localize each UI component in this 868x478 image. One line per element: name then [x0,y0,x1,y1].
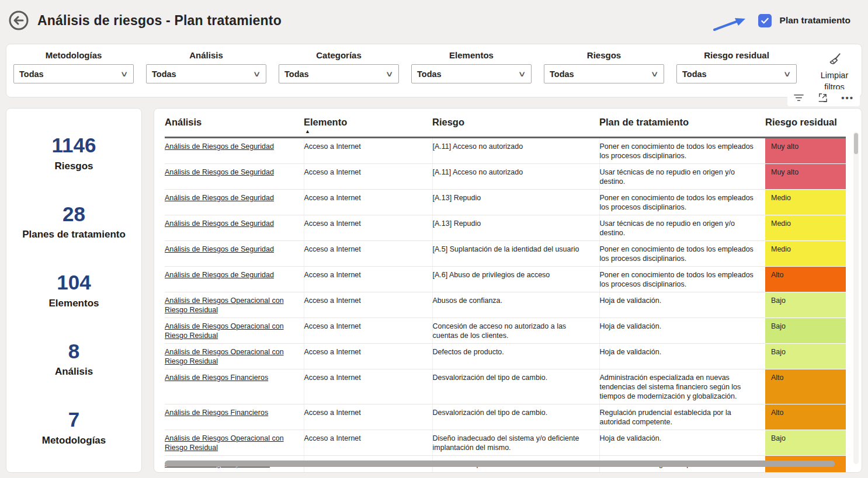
analisis-link[interactable]: Análisis de Riesgos Financieros [165,374,268,382]
column-header-plan-de-tratamiento[interactable]: Plan de tratamiento [599,112,765,138]
cell-elemento: Acceso a Internet [304,241,432,267]
table-row: Análisis de Riesgos Operacional con Ries… [165,430,846,456]
column-header-riesgo-residual[interactable]: Riesgo residual [765,112,846,138]
filter-dropdown-5[interactable]: Todas∨ [676,64,797,83]
cell-riesgo-residual: Medio [765,215,846,241]
cell-riesgo: Desvalorización del tipo de cambio. [432,404,599,430]
page-title: Análisis de riesgos - Plan tratamiento [37,13,282,29]
analisis-link[interactable]: Análisis de Riesgos de Seguridad [165,271,274,279]
chevron-down-icon: ∨ [386,69,394,78]
analisis-link[interactable]: Análisis de Riesgos de Seguridad [165,194,274,202]
top-bar: Análisis de riesgos - Plan tratamiento P… [0,0,868,41]
horizontal-scrollbar-thumb[interactable] [165,460,835,467]
cell-analisis: Análisis de Riesgos Financieros [165,404,304,430]
vertical-scrollbar[interactable] [853,132,859,464]
cell-analisis: Análisis de Riesgos de Seguridad [165,267,304,292]
analisis-link[interactable]: Análisis de Riesgos de Seguridad [165,219,274,228]
cell-riesgo-residual: Muy alto [765,138,846,164]
column-header-análisis[interactable]: Análisis [165,112,304,138]
kpi-value: 8 [6,340,141,363]
plan-tratamiento-checkbox[interactable] [758,14,772,27]
cell-riesgo-residual: Medio [765,241,846,267]
filter-label: Elementos [411,50,532,60]
chevron-down-icon: ∨ [120,69,129,78]
dropdown-selected-value: Todas [417,69,442,79]
cell-riesgo-residual: Bajo [765,318,846,344]
analisis-link[interactable]: Análisis de Riesgos Operacional con Ries… [165,322,284,340]
back-button[interactable] [8,10,29,31]
analisis-link[interactable]: Análisis de Riesgos de Seguridad [165,142,274,151]
chevron-down-icon: ∨ [518,69,526,78]
vertical-scrollbar-thumb[interactable] [854,133,858,154]
analisis-link[interactable]: Análisis de Riesgos Operacional con Ries… [165,434,284,452]
kpi-value: 28 [6,203,141,226]
kpi-value: 104 [6,271,141,294]
plan-tratamiento-label: Plan tratamiento [780,15,850,26]
filter-label: Categorías [279,50,399,60]
kpi-metodologías: 7Metodologías [6,409,141,446]
horizontal-scrollbar[interactable] [165,460,842,467]
focus-mode-icon[interactable] [817,92,828,103]
column-header-label: Riesgo residual [765,117,837,127]
kpi-label: Planes de tratamiento [6,229,141,240]
filter-icon[interactable] [793,93,804,103]
cell-analisis: Análisis de Riesgos Operacional con Ries… [165,318,304,344]
filter-group-5: Riesgo residualTodas∨ [676,50,797,97]
cell-riesgo-residual: Alto [765,369,846,404]
analisis-link[interactable]: Análisis de Riesgos de Seguridad [165,168,274,176]
column-header-elemento[interactable]: Elemento▲ [304,112,432,138]
analisis-link[interactable]: Análisis de Riesgos de Seguridad [165,245,274,253]
cell-elemento: Acceso a Internet [304,404,432,430]
cell-plan: Regulación prudencial establecida por la… [599,404,765,430]
more-options-icon[interactable]: ••• [841,93,854,103]
cell-plan: Poner en conocimiento de todos los emple… [599,267,765,292]
table-row: Análisis de Riesgos FinancierosAcceso a … [165,369,846,404]
sort-ascending-icon: ▲ [305,129,424,134]
cell-analisis: Análisis de Riesgos de Seguridad [165,190,304,215]
cell-plan: Hoja de validación. [599,292,765,318]
filter-group-3: ElementosTodas∨ [411,50,532,97]
cell-plan: Hoja de validación. [599,318,765,344]
filter-group-1: AnálisisTodas∨ [146,50,266,97]
filter-label: Riesgo residual [676,50,797,60]
chevron-down-icon: ∨ [253,69,261,78]
cell-plan: Usar técnicas de no repudio en origen y/… [599,215,765,241]
analisis-link[interactable]: Análisis de Riesgos Financieros [165,409,268,417]
cell-elemento: Acceso a Internet [304,267,432,292]
cell-riesgo-residual: Bajo [765,430,846,456]
column-header-riesgo[interactable]: Riesgo [432,112,599,138]
table-row: Análisis de Riesgos de SeguridadAcceso a… [165,190,846,215]
cell-analisis: Análisis de Riesgos de Seguridad [165,241,304,267]
cell-elemento: Acceso a Internet [304,318,432,344]
filter-dropdown-2[interactable]: Todas∨ [279,64,399,83]
column-header-label: Análisis [165,117,202,127]
analisis-link[interactable]: Análisis de Riesgos Operacional con Ries… [165,296,284,314]
cell-riesgo: [A.13] Repudio [432,215,599,241]
analisis-link[interactable]: Análisis de Riesgos Operacional con Ries… [165,348,284,365]
table-row: Análisis de Riesgos de SeguridadAcceso a… [165,138,846,164]
filter-dropdown-4[interactable]: Todas∨ [544,64,664,83]
kpi-sidebar: 1146Riesgos28Planes de tratamiento104Ele… [6,108,142,473]
cell-riesgo-residual: Bajo [765,344,846,369]
cell-plan: Poner en conocimiento de todos los emple… [599,138,765,164]
cell-riesgo: Defectos de producto. [432,344,599,369]
filter-bar: MetodologíasTodas∨AnálisisTodas∨Categorí… [6,44,862,97]
filter-dropdown-3[interactable]: Todas∨ [411,64,532,83]
cell-elemento: Acceso a Internet [304,344,432,369]
filter-bar-items: MetodologíasTodas∨AnálisisTodas∨Categorí… [13,50,797,97]
cell-plan: Hoja de validación. [599,430,765,456]
cell-riesgo-residual: Medio [765,190,846,215]
cell-riesgo: [A.6] Abuso de privilegios de acceso [432,267,599,292]
kpi-riesgos: 1146Riesgos [6,134,141,172]
filter-dropdown-0[interactable]: Todas∨ [13,64,134,83]
dropdown-selected-value: Todas [152,69,176,79]
filter-dropdown-1[interactable]: Todas∨ [146,64,266,83]
filter-group-4: RiesgosTodas∨ [544,50,664,97]
table-row: Análisis de Riesgos Operacional con Ries… [165,344,846,369]
filter-label: Metodologías [13,50,134,60]
chevron-down-icon: ∨ [651,69,659,78]
kpi-value: 1146 [6,134,141,157]
cell-riesgo-residual: Bajo [765,292,846,318]
dropdown-selected-value: Todas [19,69,44,79]
table-body: Análisis de Riesgos de SeguridadAcceso a… [165,138,846,473]
